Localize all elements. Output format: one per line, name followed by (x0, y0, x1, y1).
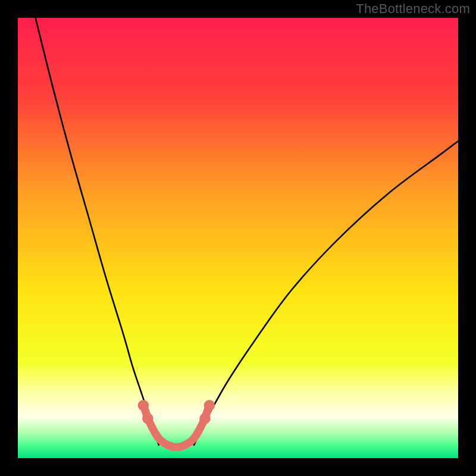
chart-frame: TheBottleneck.com (0, 0, 476, 476)
valley-marker-dot (142, 413, 153, 424)
valley-marker-dot (204, 400, 215, 411)
bottleneck-chart (18, 18, 458, 458)
plot-background (18, 18, 458, 458)
watermark-text: TheBottleneck.com (356, 1, 470, 17)
valley-marker-dot (199, 413, 211, 424)
valley-marker-dot (138, 400, 149, 411)
